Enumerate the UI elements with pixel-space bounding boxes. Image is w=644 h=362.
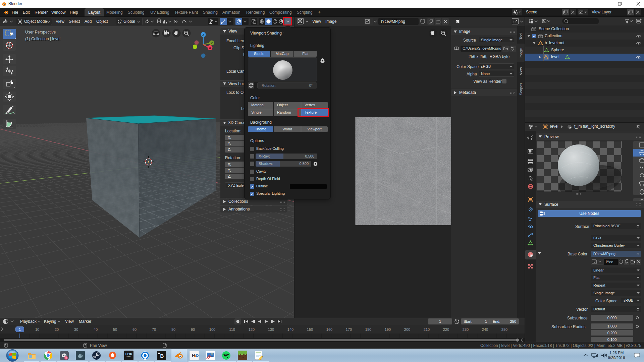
svg-text:Y: Y: [211, 42, 213, 45]
svg-text:D: D: [196, 353, 199, 358]
svg-text:EPIC: EPIC: [125, 352, 132, 356]
svg-text:Z: Z: [202, 33, 204, 37]
svg-text:B: B: [160, 353, 164, 359]
svg-text:GAMES: GAMES: [126, 356, 131, 358]
svg-text:X: X: [209, 46, 211, 50]
